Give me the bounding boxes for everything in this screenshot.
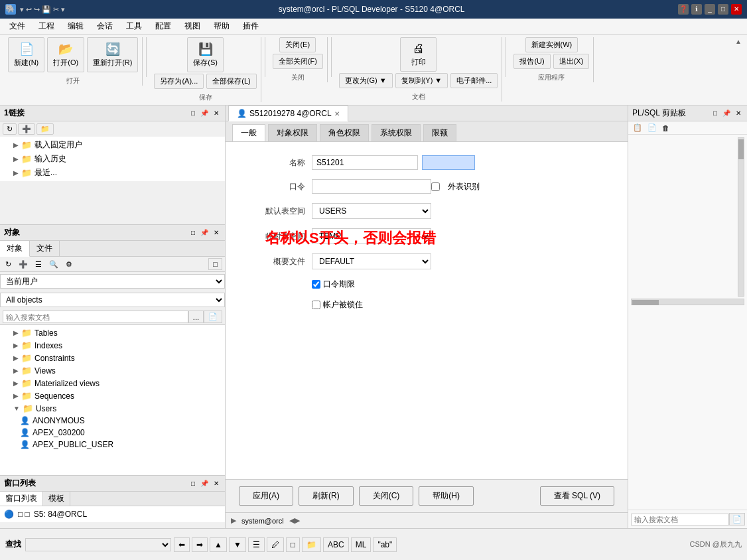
object-type-dropdown[interactable]: All objects: [0, 293, 225, 307]
search-up-btn[interactable]: ▲: [210, 537, 227, 552]
tree-apexpublicuser[interactable]: 👤 APEX_PUBLIC_USER: [0, 439, 225, 451]
search-next-btn[interactable]: ➡: [192, 537, 208, 552]
reopen-button[interactable]: 🔄 重新打开(R): [87, 37, 138, 72]
conn-panel-menu-btn[interactable]: □: [189, 109, 197, 117]
conn-add-btn[interactable]: ➕: [18, 123, 35, 135]
tree-users[interactable]: ▼ 📁 Users: [0, 402, 225, 415]
menu-tools[interactable]: 工具: [119, 19, 149, 33]
conn-panel-close-btn[interactable]: ✕: [212, 109, 221, 117]
report-button[interactable]: 报告(U): [513, 54, 550, 69]
conn-tree-item-0[interactable]: ▶ 📁 载入固定用户: [0, 138, 225, 152]
clipboard-search-input[interactable]: [631, 514, 729, 525]
password-input[interactable]: [312, 179, 431, 194]
menu-config[interactable]: 配置: [149, 19, 178, 33]
obj-refresh-btn[interactable]: ↻: [3, 259, 14, 269]
winlist-menu-btn[interactable]: □: [189, 479, 197, 488]
obj-settings-btn[interactable]: ⚙: [63, 259, 75, 269]
search-bar-dropdown[interactable]: [25, 538, 171, 551]
clipboard-btn-3[interactable]: 🗑: [660, 123, 671, 133]
tree-matviews[interactable]: ▶ 📁 Materialized views: [0, 377, 225, 389]
account-locked-checkbox[interactable]: [312, 301, 320, 309]
close-form-button[interactable]: 关闭(C): [359, 486, 414, 506]
close-doc-button[interactable]: 关闭(E): [279, 37, 316, 52]
tree-apex030200[interactable]: 👤 APEX_030200: [0, 427, 225, 439]
object-search-btn[interactable]: ...: [188, 311, 204, 323]
open-button[interactable]: 📂 打开(O): [47, 37, 84, 72]
object-search-docs-btn[interactable]: 📄: [204, 311, 222, 323]
profile-select[interactable]: DEFAULT: [312, 253, 431, 269]
search-list-btn[interactable]: ☰: [248, 537, 265, 552]
clipboard-btn-2[interactable]: 📄: [645, 123, 659, 133]
conn-panel-pin-btn[interactable]: 📌: [198, 109, 210, 117]
new-button[interactable]: 📄 新建(N): [8, 37, 44, 72]
main-tab-user[interactable]: 👤 S512019278 4@ORCL ✕: [228, 105, 348, 121]
window-controls[interactable]: ❓ ℹ _ □ ✕: [678, 4, 742, 15]
search-clear-btn[interactable]: □: [286, 537, 300, 552]
conn-tree-item-1[interactable]: ▶ 📁 输入历史: [0, 152, 225, 166]
clipboard-search-btn[interactable]: 📄: [729, 513, 745, 525]
tree-constraints[interactable]: ▶ 📁 Constraints: [0, 352, 225, 364]
form-tab-general[interactable]: 一般: [232, 124, 265, 141]
obj-panel-menu-btn[interactable]: □: [189, 228, 197, 237]
conn-folder-btn[interactable]: 📁: [36, 123, 54, 135]
menu-plugin[interactable]: 插件: [236, 19, 265, 33]
tree-anonymous[interactable]: 👤 ANONYMOUS: [0, 415, 225, 427]
winlist-close-btn[interactable]: ✕: [212, 479, 221, 488]
apply-button[interactable]: 应用(A): [239, 486, 293, 506]
menu-edit[interactable]: 编辑: [61, 19, 90, 33]
menu-session[interactable]: 会话: [90, 19, 119, 33]
clipboard-hscroll-bar[interactable]: [631, 299, 744, 305]
main-tab-close[interactable]: ✕: [334, 110, 340, 117]
conn-tree-item-2[interactable]: ▶ 📁 最近...: [0, 166, 225, 180]
temp-ts-select[interactable]: TEMP: [312, 228, 431, 244]
changeto-button[interactable]: 更改为(G) ▼: [339, 73, 393, 88]
clipboard-scrollbar[interactable]: [738, 137, 744, 297]
menu-help[interactable]: 帮助: [207, 19, 236, 33]
refresh-button[interactable]: 刷新(R): [299, 486, 354, 506]
search-prev-btn[interactable]: ⬅: [174, 537, 190, 552]
tree-tables[interactable]: ▶ 📁 Tables: [0, 326, 225, 339]
conn-refresh-btn[interactable]: ↻: [3, 123, 17, 135]
winlist-tab-list[interactable]: 窗口列表: [0, 492, 43, 506]
minimize-button[interactable]: _: [705, 4, 715, 15]
copyto-button[interactable]: 复制到(Y) ▼: [395, 73, 448, 88]
obj-panel-close-btn[interactable]: ✕: [212, 228, 221, 237]
info-button[interactable]: ℹ: [691, 4, 702, 15]
saveas-button[interactable]: 另存为(A)...: [154, 74, 204, 89]
default-ts-select[interactable]: USERS SYSTEM SYSAUX: [312, 203, 431, 219]
obj-add-btn[interactable]: ➕: [16, 259, 31, 269]
tab-files[interactable]: 文件: [30, 241, 60, 256]
close-button[interactable]: ✕: [731, 4, 742, 15]
name-extra-input[interactable]: [422, 155, 475, 170]
clipboard-close-btn[interactable]: ✕: [734, 109, 743, 117]
tab-objects[interactable]: 对象: [0, 241, 30, 257]
tree-sequences[interactable]: ▶ 📁 Sequences: [0, 389, 225, 402]
external-id-checkbox[interactable]: [431, 182, 440, 191]
saveall-button[interactable]: 全部保存(L): [206, 74, 256, 89]
name-input[interactable]: [312, 155, 418, 170]
form-tab-quota[interactable]: 限额: [423, 124, 456, 141]
pwd-expire-checkbox[interactable]: [312, 280, 320, 289]
menu-file[interactable]: 文件: [3, 19, 32, 33]
search-down-btn[interactable]: ▼: [229, 537, 246, 552]
tree-indexes[interactable]: ▶ 📁 Indexes: [0, 339, 225, 352]
email-button[interactable]: 电子邮件...: [450, 73, 498, 88]
form-tab-role-perms[interactable]: 角色权限: [320, 124, 369, 141]
search-folder-btn[interactable]: 📁: [302, 537, 321, 552]
search-ml-btn[interactable]: ML: [351, 537, 372, 552]
help-form-button[interactable]: 帮助(H): [419, 486, 474, 506]
help-button[interactable]: ❓: [678, 4, 689, 15]
form-tab-sys-perms[interactable]: 系统权限: [372, 124, 421, 141]
exit-button[interactable]: 退出(X): [553, 54, 590, 69]
winlist-pin-btn[interactable]: 📌: [198, 479, 210, 488]
current-user-dropdown[interactable]: 当前用户: [0, 274, 225, 289]
clipboard-pin-btn[interactable]: 📌: [720, 109, 732, 117]
obj-panel-size-btn[interactable]: □: [208, 258, 222, 270]
clipboard-menu-btn[interactable]: □: [711, 109, 719, 117]
view-sql-button[interactable]: 查看 SQL (V): [540, 486, 614, 506]
save-button[interactable]: 💾 保存(S): [187, 37, 224, 72]
obj-filter-btn[interactable]: 🔍: [46, 259, 61, 269]
search-abc-btn[interactable]: ABC: [323, 537, 349, 552]
print-button[interactable]: 🖨 打印: [400, 37, 437, 72]
obj-panel-pin-btn[interactable]: 📌: [198, 228, 210, 237]
